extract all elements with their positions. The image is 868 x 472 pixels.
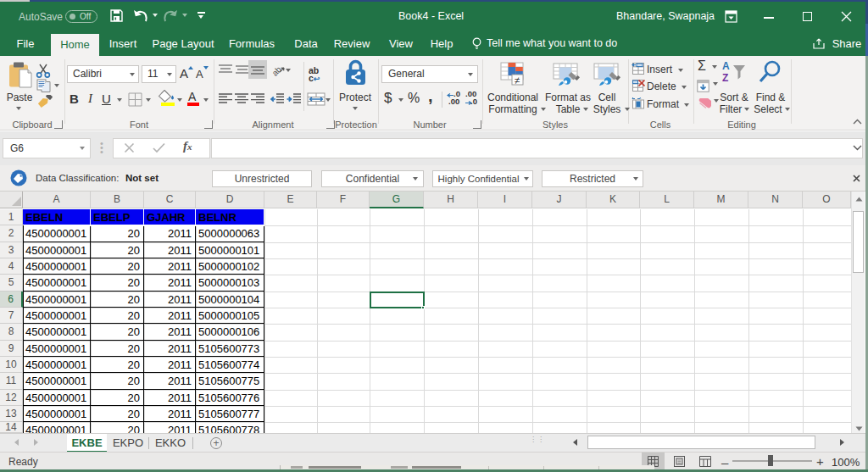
svg-text:A: A [722, 60, 730, 72]
svg-text:≠: ≠ [515, 75, 520, 86]
svg-text:Z: Z [722, 72, 728, 84]
